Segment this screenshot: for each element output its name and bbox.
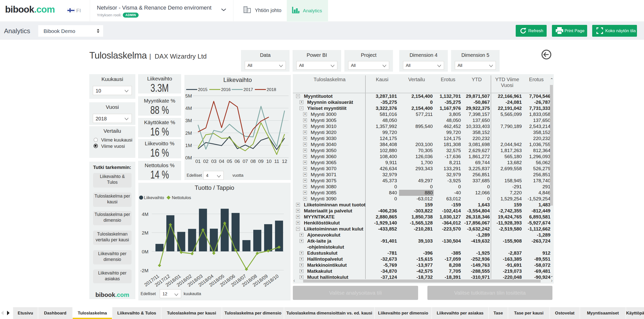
svg-text:4M: 4M bbox=[185, 106, 192, 111]
svg-text:10: 10 bbox=[266, 159, 271, 164]
svg-text:2017: 2017 bbox=[244, 87, 253, 92]
svg-text:0M: 0M bbox=[142, 249, 148, 254]
svg-text:09: 09 bbox=[258, 159, 263, 164]
svg-text:07: 07 bbox=[243, 159, 248, 164]
svg-text:11: 11 bbox=[274, 159, 279, 164]
svg-text:01: 01 bbox=[195, 159, 200, 164]
svg-text:2015: 2015 bbox=[198, 87, 208, 92]
svg-text:02: 02 bbox=[203, 159, 208, 164]
svg-text:0M: 0M bbox=[185, 155, 192, 160]
svg-text:05: 05 bbox=[227, 159, 232, 164]
svg-text:1M: 1M bbox=[185, 143, 192, 148]
svg-text:5M: 5M bbox=[185, 93, 192, 99]
svg-text:-2M: -2M bbox=[140, 268, 148, 273]
svg-text:Liikevaihto: Liikevaihto bbox=[144, 195, 164, 200]
svg-text:12: 12 bbox=[282, 159, 287, 164]
svg-text:08: 08 bbox=[250, 159, 256, 164]
svg-text:Nettotulos: Nettotulos bbox=[172, 195, 191, 200]
svg-text:03: 03 bbox=[211, 159, 216, 164]
svg-text:2016: 2016 bbox=[221, 87, 231, 92]
svg-text:2M: 2M bbox=[185, 130, 192, 136]
svg-text:3M: 3M bbox=[185, 118, 192, 123]
svg-text:2M: 2M bbox=[142, 230, 148, 236]
svg-text:2018: 2018 bbox=[267, 87, 276, 92]
svg-text:04: 04 bbox=[219, 159, 224, 164]
svg-text:4M: 4M bbox=[142, 212, 148, 217]
svg-text:06: 06 bbox=[234, 159, 240, 164]
